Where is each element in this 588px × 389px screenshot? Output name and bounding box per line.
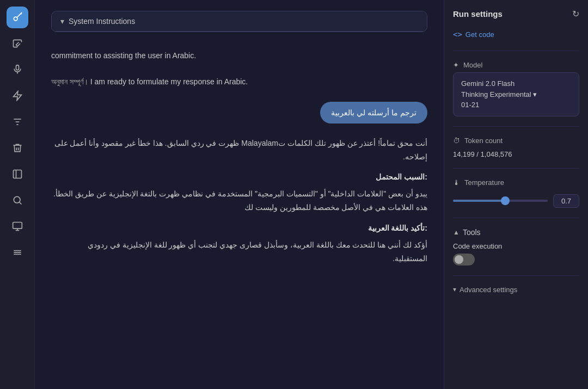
sidebar-icon-upload[interactable] (7, 33, 28, 54)
sidebar-icon-layers[interactable] (7, 242, 28, 263)
code-execution-tool: Code execution (453, 242, 579, 265)
svg-rect-13 (13, 223, 22, 229)
advanced-collapse-icon: ▾ (453, 286, 456, 293)
apology-line: أنت محق تماماً! أعتذر عن ظهور تلك الكلما… (51, 137, 427, 164)
get-code-button[interactable]: <> Get code (453, 28, 579, 41)
svg-rect-9 (13, 170, 21, 178)
token-count-section: ⏱ Token count 14,199 / 1,048,576 (453, 137, 579, 158)
right-panel: Run settings ↻ <> Get code ✦ Model Gemin… (444, 0, 588, 389)
svg-line-1 (17, 13, 22, 17)
sidebar-icon-mic[interactable] (7, 59, 28, 81)
code-execution-label: Code execution (453, 242, 579, 250)
code-execution-toggle[interactable] (453, 254, 475, 265)
model-name: Gemini 2.0 FlashThinking Experimental ▾0… (461, 78, 571, 110)
confirm-arabic-title: :تأكيد باللغة العربية (51, 221, 427, 235)
sidebar (0, 0, 35, 389)
svg-line-12 (19, 202, 21, 205)
model-selector[interactable]: Gemini 2.0 FlashThinking Experimental ▾0… (453, 72, 579, 116)
temperature-slider-track[interactable] (453, 200, 548, 202)
panel-title: Run settings (453, 9, 503, 18)
confirm-arabic-body: أؤكد لك أنني هنا للتحدث معك باللغة العرب… (51, 238, 427, 265)
advanced-settings-label: Advanced settings (460, 286, 517, 294)
system-instructions-title: System Instructions (69, 17, 135, 26)
tools-title: Tools (463, 228, 481, 237)
system-instructions-header[interactable]: ▾ System Instructions (52, 11, 427, 32)
code-icon: <> (453, 30, 462, 39)
temperature-label: 🌡 Temperature (453, 178, 579, 187)
bengali-text: অনুমান সম্পূর্ণ। (51, 77, 88, 86)
sidebar-icon-tune[interactable] (7, 111, 28, 133)
sidebar-icon-flash[interactable] (7, 85, 28, 107)
likely-cause-title: :السبب المحتمل (51, 170, 427, 184)
tools-header[interactable]: ▲ Tools (453, 228, 579, 237)
user-bubble: ترجم ما أرسلته لي بالعربية (320, 102, 427, 124)
divider-1 (453, 51, 579, 51)
refresh-icon[interactable]: ↻ (572, 9, 579, 19)
svg-marker-5 (13, 91, 21, 101)
model-section: ✦ Model Gemini 2.0 FlashThinking Experim… (453, 61, 579, 116)
token-count-label: ⏱ Token count (453, 137, 579, 145)
svg-point-0 (14, 17, 17, 21)
divider-3 (453, 168, 579, 169)
thinking-text: অনুমান সম্পূর্ণ। I am ready to formulate… (51, 76, 427, 89)
svg-rect-3 (16, 65, 19, 70)
temperature-slider-fill (453, 200, 505, 202)
temperature-slider-row: 0.7 (453, 194, 579, 208)
model-label: ✦ Model (453, 61, 579, 69)
chevron-icon: ▾ (60, 17, 64, 26)
assistant-response: أنت محق تماماً! أعتذر عن ظهور تلك الكلما… (51, 137, 427, 266)
get-code-label: Get code (465, 30, 494, 39)
likely-cause-body: يبدو أن بعض "العلامات الداخلية" أو "التس… (51, 187, 427, 214)
system-instructions-box: ▾ System Instructions (51, 11, 427, 32)
panel-header: Run settings ↻ (453, 9, 579, 19)
svg-line-2 (20, 14, 21, 15)
user-bubble-container: ترجم ما أرسلته لي بالعربية (51, 102, 427, 124)
temperature-slider-thumb[interactable] (501, 196, 510, 205)
main-content: ▾ System Instructions commitment to assi… (35, 0, 444, 389)
temperature-section: 🌡 Temperature 0.7 (453, 178, 579, 208)
divider-5 (453, 275, 579, 276)
tools-collapse-icon: ▲ (453, 229, 460, 236)
chat-area: ▾ System Instructions commitment to assi… (35, 0, 444, 389)
sidebar-icon-key[interactable] (7, 7, 28, 28)
token-icon: ⏱ (453, 137, 460, 145)
toggle-thumb (455, 255, 463, 264)
token-value: 14,199 / 1,048,576 (453, 150, 579, 158)
temperature-value[interactable]: 0.7 (553, 194, 579, 208)
divider-2 (453, 126, 579, 127)
svg-point-11 (14, 196, 20, 203)
temp-icon: 🌡 (453, 178, 460, 187)
model-icon: ✦ (453, 61, 459, 69)
english-thinking-text: I am ready to formulate my response in A… (90, 77, 248, 86)
sidebar-icon-book[interactable] (7, 163, 28, 185)
intro-text: commitment to assisting the user in Arab… (51, 45, 427, 67)
sidebar-icon-trash[interactable] (7, 137, 28, 159)
advanced-settings[interactable]: ▾ Advanced settings (453, 286, 579, 294)
sidebar-icon-search[interactable] (7, 189, 28, 211)
sidebar-icon-monitor[interactable] (7, 215, 28, 237)
divider-4 (453, 218, 579, 218)
tools-section: ▲ Tools Code execution (453, 228, 579, 265)
